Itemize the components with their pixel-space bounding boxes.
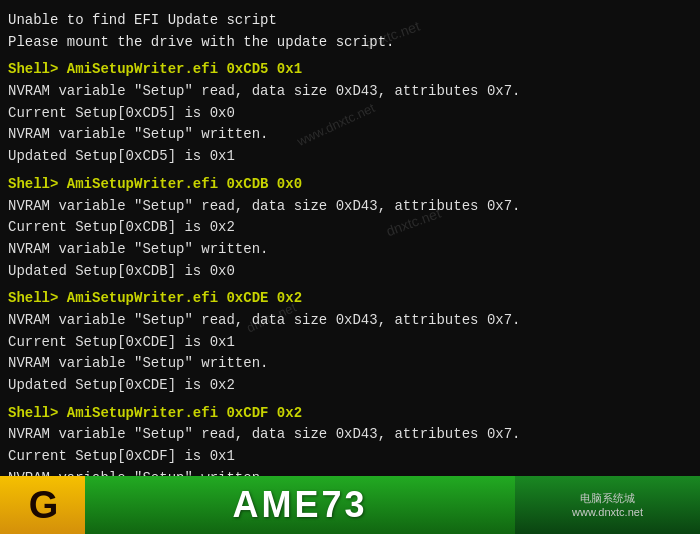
terminal-shell-line: Shell> AmiSetupWriter.efi 0xCDE 0x2: [8, 288, 692, 310]
terminal-output-line: Updated Setup[0xCD5] is 0x1: [8, 146, 692, 168]
terminal-output-line: Updated Setup[0xCDB] is 0x0: [8, 261, 692, 283]
bottom-banner: G AME73 电脑系统城www.dnxtc.net: [0, 476, 700, 534]
banner-gold: G: [0, 476, 85, 534]
terminal-output-line: NVRAM variable "Setup" read, data size 0…: [8, 196, 692, 218]
banner-site: 电脑系统城www.dnxtc.net: [515, 476, 700, 534]
terminal-error-line: Unable to find EFI Update script: [8, 10, 692, 32]
terminal-output-line: Current Setup[0xCDB] is 0x2: [8, 217, 692, 239]
terminal-output-line: Current Setup[0xCDE] is 0x1: [8, 332, 692, 354]
banner-green: AME73: [85, 476, 515, 534]
terminal-output-line: NVRAM variable "Setup" read, data size 0…: [8, 81, 692, 103]
terminal-content: Unable to find EFI Update scriptPlease m…: [8, 10, 692, 534]
terminal-output-line: NVRAM variable "Setup" read, data size 0…: [8, 310, 692, 332]
terminal-shell-line: Shell> AmiSetupWriter.efi 0xCDB 0x0: [8, 174, 692, 196]
terminal-error-line: Please mount the drive with the update s…: [8, 32, 692, 54]
terminal-output-line: Updated Setup[0xCDE] is 0x2: [8, 375, 692, 397]
terminal-output-line: NVRAM variable "Setup" written.: [8, 124, 692, 146]
terminal-output-line: NVRAM variable "Setup" written.: [8, 239, 692, 261]
terminal-output-line: NVRAM variable "Setup" read, data size 0…: [8, 424, 692, 446]
terminal-window: Unable to find EFI Update scriptPlease m…: [0, 0, 700, 534]
terminal-shell-line: Shell> AmiSetupWriter.efi 0xCDF 0x2: [8, 403, 692, 425]
terminal-output-line: Current Setup[0xCDF] is 0x1: [8, 446, 692, 468]
terminal-output-line: Current Setup[0xCD5] is 0x0: [8, 103, 692, 125]
terminal-shell-line: Shell> AmiSetupWriter.efi 0xCD5 0x1: [8, 59, 692, 81]
terminal-output-line: NVRAM variable "Setup" written.: [8, 353, 692, 375]
